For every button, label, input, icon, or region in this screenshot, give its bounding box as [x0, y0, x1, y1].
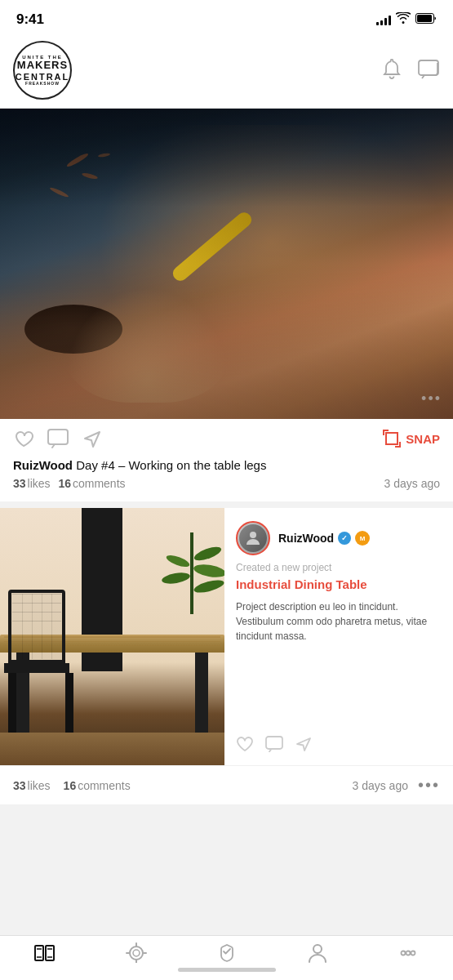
svg-rect-3 [48, 430, 68, 444]
make-icon [215, 942, 238, 964]
post1-username[interactable]: RuizWood [13, 458, 73, 472]
svg-point-13 [133, 950, 140, 956]
post1-share-button[interactable] [82, 429, 103, 448]
svg-rect-7 [46, 946, 54, 960]
avatar-inner [239, 524, 267, 552]
post1-time: 3 days ago [384, 477, 441, 490]
snap-label: SNAP [406, 432, 440, 446]
post2-likes-label: likes [28, 779, 51, 792]
post1-like-button[interactable] [13, 429, 34, 448]
user-name-row: RuizWood ✓ M [278, 531, 370, 546]
post1-title: RuizWood Day #4 – Working on the table l… [13, 458, 440, 472]
post2-like-button[interactable] [236, 736, 254, 752]
nav-item-inspire[interactable]: Inspire [104, 942, 169, 977]
me-icon [308, 942, 327, 964]
post-image-1[interactable]: ••• [0, 109, 453, 419]
status-bar: 9:41 [0, 0, 453, 36]
post1-comments-label: comments [73, 477, 126, 490]
wifi-icon [396, 12, 411, 27]
post2-time: 3 days ago [352, 779, 408, 792]
post1-meta: RuizWood Day #4 – Working on the table l… [0, 458, 453, 501]
post2-project-title[interactable]: Industrial Dining Table [236, 577, 442, 593]
post2-subtitle: Created a new project [236, 562, 442, 573]
post1-comment-button[interactable] [47, 429, 69, 448]
notification-button[interactable] [381, 58, 402, 83]
maker-badge: M [355, 531, 370, 546]
inspire-icon [126, 942, 147, 964]
post1-stats: 33 likes 16 comments 3 days ago [13, 477, 440, 490]
nav-item-make[interactable]: Make [194, 942, 260, 977]
post2-comment-button[interactable] [265, 736, 283, 752]
post2-username[interactable]: RuizWood [278, 532, 334, 545]
status-icons [376, 12, 437, 27]
verified-badge: ✓ [338, 532, 351, 545]
app-logo[interactable]: UNITE THE MAKERS CENTRAL FREAKSHOW [13, 41, 72, 100]
post2-comments-count: 16 [64, 779, 77, 792]
post1-actions: SNAP [0, 419, 453, 458]
bottom-navigation: Feed Inspire Make [0, 935, 453, 980]
nav-item-me[interactable]: Me [285, 942, 350, 977]
post2-info: RuizWood ✓ M Created a new project Indus… [224, 508, 453, 765]
svg-rect-1 [417, 15, 432, 22]
post2-user-row: RuizWood ✓ M [236, 521, 442, 555]
svg-point-20 [406, 951, 410, 956]
svg-point-19 [401, 951, 405, 956]
more-icon [397, 942, 419, 964]
post1-title-text: Day #4 – Working on the table legs [76, 458, 266, 472]
post2-more-button[interactable]: ••• [418, 776, 440, 795]
nav-label-feed: Feed [35, 966, 56, 976]
svg-rect-5 [266, 737, 282, 749]
nav-label-inspire: Inspire [122, 967, 149, 977]
snap-icon [383, 430, 401, 448]
post2-likes-count: 33 [13, 779, 26, 792]
post2-comments-label: comments [78, 779, 131, 792]
post2-mini-actions [236, 736, 442, 752]
snap-button[interactable]: SNAP [383, 430, 440, 448]
post2-bottom: 33 likes 16 comments 3 days ago ••• [0, 765, 453, 804]
svg-point-21 [411, 951, 415, 956]
post2-share-button[interactable] [295, 736, 313, 752]
message-icon [417, 59, 440, 80]
nav-item-more[interactable]: More [375, 942, 441, 977]
nav-item-feed[interactable]: Feed [13, 943, 78, 976]
post-card-2: RuizWood ✓ M Created a new project Indus… [0, 508, 453, 804]
post1-likes-label: likes [28, 477, 51, 490]
logo-text: UNITE THE MAKERS CENTRAL FREAKSHOW [16, 55, 70, 86]
feed-icon [34, 943, 57, 963]
post1-dots: ••• [421, 390, 442, 408]
signal-icon [376, 14, 391, 25]
app-header: UNITE THE MAKERS CENTRAL FREAKSHOW [0, 36, 453, 109]
post2-user-info: RuizWood ✓ M [278, 531, 370, 546]
post1-comments-count: 16 [58, 477, 71, 490]
svg-point-4 [250, 532, 256, 538]
post2-avatar[interactable] [236, 521, 270, 555]
svg-point-18 [313, 945, 322, 953]
svg-point-12 [130, 947, 143, 960]
post2-thumbnail[interactable] [0, 508, 224, 765]
bell-icon [381, 58, 402, 81]
post2-top: RuizWood ✓ M Created a new project Indus… [0, 508, 453, 765]
nav-label-me: Me [311, 967, 323, 977]
post1-likes-count: 33 [13, 477, 26, 490]
nav-label-more: More [397, 967, 418, 977]
svg-rect-6 [35, 946, 43, 960]
svg-rect-2 [419, 60, 438, 75]
messages-button[interactable] [417, 59, 440, 82]
header-actions [381, 58, 440, 83]
post-card-1: ••• SNAP R [0, 109, 453, 501]
battery-icon [415, 12, 437, 27]
post2-description: Project description eu leo in tincidunt.… [236, 599, 442, 727]
nav-label-make: Make [215, 967, 238, 977]
status-time: 9:41 [16, 11, 44, 28]
